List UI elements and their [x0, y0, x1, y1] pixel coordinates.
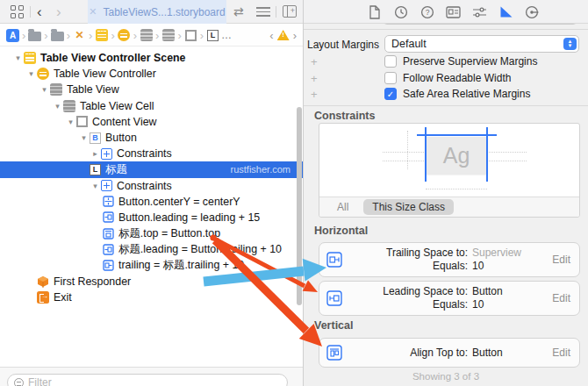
close-tab-icon[interactable]: ✕ — [89, 6, 97, 18]
folder-icon[interactable] — [51, 29, 64, 42]
history-inspector-icon[interactable] — [393, 4, 408, 19]
identity-inspector-icon[interactable] — [446, 4, 461, 19]
guide-dotted — [407, 131, 408, 169]
align-top-icon — [326, 345, 342, 361]
vertical-section-title: Vertical — [314, 319, 353, 332]
first-responder-icon — [37, 275, 49, 288]
checkbox-row: + ✓ Safe Area Relative Margins — [304, 86, 588, 102]
outline-row-view-controller[interactable]: ▾ Table View Controller — [0, 66, 303, 82]
connections-inspector-icon[interactable] — [525, 4, 540, 19]
chevron-right-icon: › — [43, 29, 48, 42]
constraint-card-trailing[interactable]: Trailing Space to:Superview Equals:10 Ed… — [319, 242, 580, 277]
outline-row-label-selected[interactable]: L 标题 rustfisher.com — [0, 161, 303, 177]
disclosure-triangle[interactable]: ▾ — [12, 54, 24, 62]
disclosure-triangle[interactable]: ▾ — [65, 118, 76, 126]
constraint-leading-icon — [103, 244, 114, 255]
disclosure-triangle[interactable]: ▾ — [52, 102, 63, 111]
forward-button[interactable]: › — [56, 1, 61, 23]
file-inspector-icon[interactable] — [367, 4, 382, 19]
swap-arrows-icon[interactable]: ⇄ — [233, 4, 244, 18]
outline-row-table-view[interactable]: ▾ Table View — [0, 82, 303, 97]
constraint-centery-icon — [103, 196, 114, 207]
prev-issue-button[interactable]: ‹ — [269, 29, 273, 42]
checkbox-row: + Preserve Superview Margins — [304, 54, 588, 69]
outline-scrollbar[interactable] — [297, 107, 302, 305]
chevron-right-icon: › — [88, 29, 93, 42]
outline-row-constraint[interactable]: trailing = 标题.trailing + 10 — [0, 257, 303, 273]
outline-row-constraints[interactable]: ▾ Constraints — [0, 178, 303, 194]
label-icon: L — [90, 164, 101, 175]
outline-row-constraint[interactable]: 标题.top = Button.top — [0, 225, 303, 241]
outline-row-button[interactable]: ▾ B Button — [0, 130, 303, 146]
outline-row-constraints[interactable]: ▸ Constraints — [0, 146, 303, 161]
chevron-right-icon: › — [133, 29, 138, 42]
storyboard-x-icon[interactable]: ✕ — [73, 29, 86, 42]
outline-row-exit[interactable]: Exit — [0, 290, 303, 305]
outline-row-scene[interactable]: ▾ Table View Controller Scene — [0, 50, 303, 66]
table-view-icon — [50, 83, 62, 96]
constraint-line-top[interactable] — [417, 134, 497, 136]
segment-all[interactable]: All — [337, 201, 348, 213]
svg-text:?: ? — [425, 8, 429, 17]
pane-divider[interactable] — [303, 0, 304, 386]
add-icon[interactable]: + — [311, 72, 318, 85]
filter-placeholder: Filter — [28, 376, 52, 386]
table-view-cell-icon — [63, 100, 75, 112]
constraints-section-title: Constraints — [314, 110, 375, 122]
edit-button[interactable]: Edit — [552, 292, 570, 304]
checkbox-follow-readable-width[interactable] — [384, 72, 397, 84]
chevron-right-icon: › — [110, 29, 115, 42]
add-icon[interactable]: + — [311, 55, 318, 68]
add-editor-icon[interactable]: + — [283, 5, 297, 18]
constraints-icon — [101, 180, 112, 191]
guide-dotted — [383, 152, 426, 153]
help-inspector-icon[interactable]: ? — [419, 4, 434, 19]
constraint-trailing-icon — [103, 260, 114, 271]
outline-row-constraint[interactable]: 标题.leading = Button.trailing + 10 — [0, 241, 303, 257]
disclosure-triangle[interactable]: ▾ — [78, 133, 90, 142]
chevron-right-icon: › — [154, 29, 160, 42]
layout-margins-popup[interactable]: Default ▲▼ — [384, 35, 579, 53]
checkbox-preserve-superview-margins[interactable] — [384, 55, 397, 68]
constraint-card-align-top[interactable]: Align Top to:Button Edit — [319, 338, 580, 368]
outline-row-content-view[interactable]: ▾ Content View — [0, 114, 303, 130]
disclosure-triangle[interactable]: ▾ — [90, 182, 101, 190]
separator — [304, 105, 588, 106]
content-view-icon[interactable] — [184, 29, 197, 42]
disclosure-triangle[interactable]: ▸ — [90, 149, 101, 158]
checkbox-safe-area-relative-margins[interactable]: ✓ — [384, 88, 397, 100]
editor-grid-icon[interactable] — [11, 5, 24, 18]
constraint-card-leading[interactable]: Leading Space to:Button Equals:10 Edit — [319, 281, 580, 316]
tab-storyboard[interactable]: ✕ TableViewS...1.storyboard — [88, 0, 226, 24]
edit-button[interactable]: Edit — [552, 254, 570, 266]
document-outline: ▾ Table View Controller Scene ▾ Table Vi… — [0, 46, 303, 367]
table-view-icon[interactable] — [140, 29, 153, 42]
constraint-line-right[interactable] — [486, 127, 488, 182]
constraint-line-left[interactable] — [425, 127, 427, 182]
segment-this-size-class[interactable]: This Size Class — [363, 199, 454, 215]
warning-icon[interactable] — [277, 30, 290, 40]
table-view-cell-icon[interactable] — [161, 29, 175, 42]
xcode-app-icon[interactable]: A — [6, 29, 19, 42]
layout-margins-value: Default — [391, 38, 427, 50]
outline-row-first-responder[interactable]: First Responder — [0, 274, 303, 290]
view-controller-icon[interactable] — [118, 29, 131, 42]
outline-row-constraint[interactable]: Button.leading = leading + 15 — [0, 210, 303, 225]
popup-stepper-icon: ▲▼ — [563, 38, 577, 50]
disclosure-triangle[interactable]: ▾ — [39, 85, 50, 94]
next-issue-button[interactable]: › — [293, 29, 297, 42]
folder-icon[interactable] — [28, 29, 41, 42]
constraints-icon — [101, 148, 112, 160]
attributes-inspector-icon[interactable] — [472, 4, 487, 19]
disclosure-triangle[interactable]: ▾ — [25, 69, 37, 78]
back-button[interactable]: ‹ — [37, 1, 42, 23]
outline-row-constraint[interactable]: Button.centerY = centerY — [0, 194, 303, 210]
filter-input[interactable]: Filter — [7, 374, 288, 386]
storyboard-scene-icon[interactable] — [95, 29, 108, 42]
add-icon[interactable]: + — [311, 88, 318, 101]
outline-row-table-view-cell[interactable]: ▾ Table View Cell — [0, 98, 303, 114]
minimap-lines-icon[interactable] — [256, 7, 270, 19]
edit-button[interactable]: Edit — [552, 347, 570, 359]
label-icon[interactable]: L — [206, 29, 219, 42]
size-inspector-icon[interactable] — [498, 4, 513, 19]
